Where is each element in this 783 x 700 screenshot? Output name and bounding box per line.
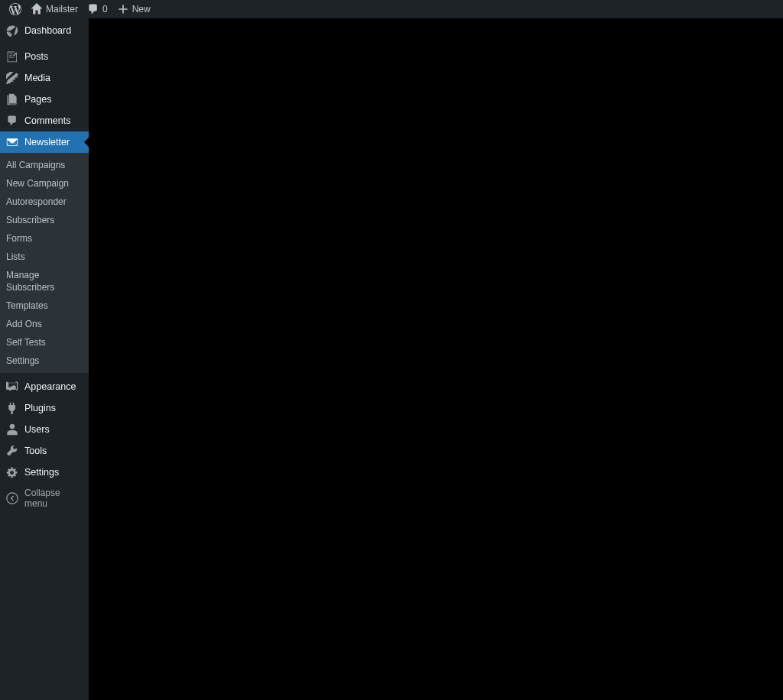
submenu-item-all-campaigns[interactable]: All Campaigns: [0, 156, 89, 174]
posts-icon: [6, 50, 18, 63]
sidebar-item-settings[interactable]: Settings: [0, 462, 89, 483]
wordpress-logo-icon: [9, 3, 21, 15]
sidebar-item-users[interactable]: Users: [0, 419, 89, 440]
comment-icon: [87, 3, 99, 15]
comments-count: 0: [102, 4, 108, 15]
settings-icon: [6, 466, 18, 478]
site-name-link[interactable]: Mailster: [26, 0, 83, 18]
plugins-icon: [6, 402, 18, 414]
comments-link[interactable]: 0: [83, 0, 112, 18]
sidebar-item-dashboard[interactable]: Dashboard: [0, 18, 89, 43]
settings-label: Settings: [24, 467, 59, 478]
submenu-item-add-ons[interactable]: Add Ons: [0, 315, 89, 333]
pages-icon: [6, 93, 18, 105]
sidebar-item-appearance[interactable]: Appearance: [0, 376, 89, 397]
sidebar-item-media[interactable]: Media: [0, 67, 89, 89]
submenu-item-subscribers[interactable]: Subscribers: [0, 211, 89, 229]
submenu-item-templates[interactable]: Templates: [0, 297, 89, 315]
submenu-item-lists[interactable]: Lists: [0, 248, 89, 266]
submenu-item-manage-subscribers[interactable]: Manage Subscribers: [0, 266, 89, 297]
collapse-icon: [6, 492, 18, 504]
site-name-label: Mailster: [46, 4, 78, 15]
new-label: New: [132, 4, 151, 15]
comments-icon: [6, 115, 18, 127]
users-icon: [6, 423, 18, 436]
media-icon: [6, 72, 18, 84]
submenu-item-new-campaign[interactable]: New Campaign: [0, 174, 89, 193]
tools-icon: [6, 445, 18, 457]
dashboard-label: Dashboard: [24, 25, 71, 36]
submenu-item-forms[interactable]: Forms: [0, 229, 89, 248]
comments-label: Comments: [24, 115, 70, 126]
wordpress-logo-menu[interactable]: [5, 0, 26, 18]
newsletter-label: Newsletter: [24, 137, 70, 147]
admin-toolbar: Mailster 0 New: [0, 0, 783, 18]
sidebar-item-posts[interactable]: Posts: [0, 46, 89, 67]
sidebar-item-plugins[interactable]: Plugins: [0, 397, 89, 419]
sidebar-item-tools[interactable]: Tools: [0, 440, 89, 462]
admin-sidebar: Dashboard Posts Media Pages Comments New…: [0, 18, 89, 700]
sidebar-item-comments[interactable]: Comments: [0, 110, 89, 131]
collapse-menu-button[interactable]: Collapse menu: [0, 483, 89, 514]
plugins-label: Plugins: [24, 403, 56, 413]
plus-icon: [117, 3, 129, 15]
collapse-label: Collapse menu: [24, 488, 83, 509]
appearance-icon: [6, 381, 18, 393]
dashboard-icon: [6, 24, 18, 37]
posts-label: Posts: [24, 51, 48, 62]
sidebar-item-newsletter[interactable]: Newsletter: [0, 131, 89, 153]
users-label: Users: [24, 424, 50, 435]
tools-label: Tools: [24, 446, 47, 456]
main-content-area: [89, 18, 783, 700]
submenu-item-self-tests[interactable]: Self Tests: [0, 333, 89, 352]
newsletter-submenu: All Campaigns New Campaign Autoresponder…: [0, 153, 89, 373]
envelope-icon: [6, 136, 18, 148]
submenu-item-autoresponder[interactable]: Autoresponder: [0, 193, 89, 211]
svg-point-0: [7, 493, 18, 504]
pages-label: Pages: [24, 94, 51, 105]
home-icon: [31, 3, 43, 15]
sidebar-item-pages[interactable]: Pages: [0, 89, 89, 110]
submenu-item-settings[interactable]: Settings: [0, 352, 89, 370]
new-content-link[interactable]: New: [112, 0, 155, 18]
appearance-label: Appearance: [24, 381, 76, 392]
media-label: Media: [24, 73, 50, 83]
